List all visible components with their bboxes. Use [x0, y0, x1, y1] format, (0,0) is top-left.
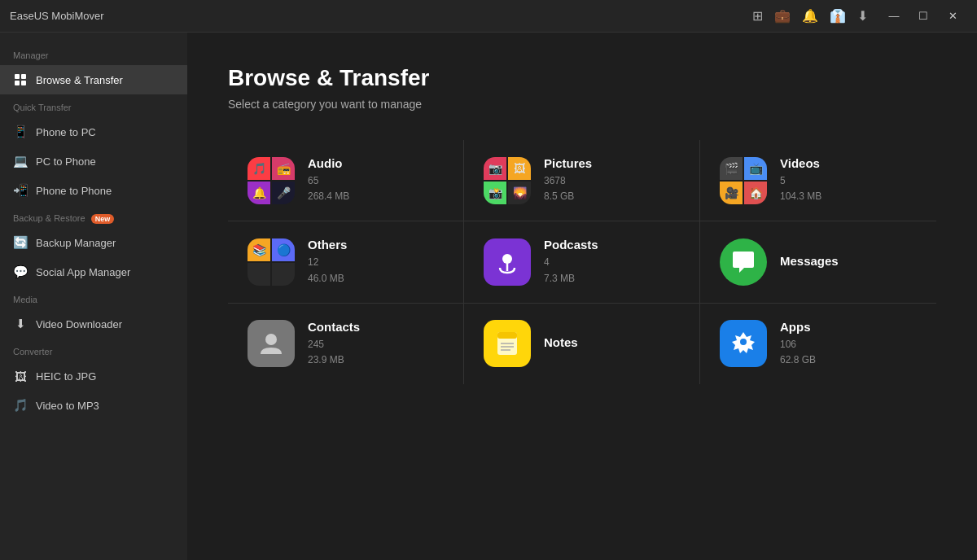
sidebar-label: Phone to Phone: [36, 185, 112, 197]
sidebar-item-video-downloader[interactable]: ⬇ Video Downloader: [0, 309, 187, 339]
apps-count: 106 62.8 GB: [780, 337, 917, 368]
bell-icon[interactable]: 🔔: [802, 8, 818, 24]
audio-icon: 🎵 📻 🔔 🎤: [248, 157, 295, 204]
content-area: Browse & Transfer Select a category you …: [187, 33, 977, 560]
sidebar-label: PC to Phone: [36, 155, 96, 168]
sidebar-label: Backup Manager: [36, 237, 116, 249]
others-icon: 📚 🔵: [248, 238, 295, 286]
minimize-button[interactable]: —: [879, 5, 909, 28]
podcasts-count: 4 7.3 MB: [544, 255, 680, 286]
sidebar-item-browse-transfer[interactable]: Browse & Transfer: [0, 65, 187, 94]
sidebar-item-video-mp3[interactable]: 🎵 Video to MP3: [0, 391, 187, 420]
titlebar-controls: ⊞ 💼 🔔 👔 ⬇ — ☐ ✕: [752, 5, 967, 28]
main-layout: Manager Browse & Transfer Quick Transfer…: [0, 33, 977, 560]
pictures-count: 3678 8.5 GB: [544, 173, 680, 204]
audio-count: 65 268.4 MB: [308, 173, 444, 204]
sidebar-item-pc-to-phone[interactable]: 💻 PC to Phone: [0, 147, 187, 176]
sidebar-label: Social App Manager: [36, 266, 130, 278]
sidebar-item-backup-manager[interactable]: 🔄 Backup Manager: [0, 228, 187, 257]
section-manager: Manager: [0, 42, 187, 65]
sidebar-label: Video Downloader: [36, 318, 122, 330]
backup-icon: 🔄: [13, 235, 28, 250]
category-grid: 🎵 📻 🔔 🎤 Audio 65 268.4 MB 📷 🖼: [228, 140, 936, 384]
sidebar-item-phone-to-phone[interactable]: 📲 Phone to Phone: [0, 176, 187, 205]
category-contacts[interactable]: Contacts 245 23.9 MB: [228, 304, 464, 384]
svg-rect-2: [15, 81, 20, 85]
notes-info: Notes: [544, 335, 680, 352]
page-subtitle: Select a category you want to manage: [228, 98, 936, 111]
category-pictures[interactable]: 📷 🖼 📸 🌄 Pictures 3678 8.5 GB: [464, 140, 700, 221]
others-info: Others 12 46.0 MB: [308, 238, 444, 286]
messages-info: Messages: [780, 254, 917, 271]
category-messages[interactable]: Messages: [700, 221, 936, 303]
new-badge: New: [91, 214, 115, 224]
podcasts-info: Podcasts 4 7.3 MB: [544, 238, 680, 286]
contacts-info: Contacts 245 23.9 MB: [308, 320, 444, 368]
sidebar-item-heic-jpg[interactable]: 🖼 HEIC to JPG: [0, 361, 187, 391]
section-backup-restore: Backup & Restore New: [0, 205, 187, 228]
videos-name: Videos: [780, 156, 917, 170]
svg-rect-3: [21, 81, 26, 85]
phone-phone-icon: 📲: [13, 183, 28, 198]
sidebar-label: Browse & Transfer: [36, 74, 123, 86]
others-count: 12 46.0 MB: [308, 255, 444, 286]
pc-phone-icon: 💻: [13, 154, 28, 168]
podcasts-icon: [484, 238, 531, 286]
section-quick-transfer: Quick Transfer: [0, 94, 187, 117]
videos-icon: 🎬 📺 🎥 🏠: [720, 157, 767, 204]
category-notes[interactable]: Notes: [464, 304, 700, 384]
heic-icon: 🖼: [13, 369, 28, 383]
messages-name: Messages: [780, 254, 917, 268]
svg-rect-1: [21, 74, 26, 79]
videos-count: 5 104.3 MB: [780, 173, 917, 204]
apps-name: Apps: [780, 320, 917, 334]
apps-info: Apps 106 62.8 GB: [780, 320, 917, 368]
close-button[interactable]: ✕: [938, 5, 967, 28]
notes-name: Notes: [544, 335, 680, 349]
contacts-name: Contacts: [308, 320, 444, 334]
video-mp3-icon: 🎵: [13, 398, 28, 413]
sidebar-label: HEIC to JPG: [36, 370, 96, 383]
video-dl-icon: ⬇: [13, 317, 28, 331]
svg-point-6: [265, 334, 277, 345]
app-title: EaseUS MobiMover: [10, 10, 104, 22]
sidebar-item-phone-to-pc[interactable]: 📱 Phone to PC: [0, 117, 187, 147]
svg-point-12: [740, 339, 747, 345]
briefcase-icon[interactable]: 💼: [774, 8, 791, 24]
pictures-info: Pictures 3678 8.5 GB: [544, 156, 680, 204]
videos-info: Videos 5 104.3 MB: [780, 156, 917, 204]
sidebar-label: Phone to PC: [36, 126, 96, 138]
device-icon[interactable]: ⊞: [752, 8, 763, 24]
svg-rect-8: [497, 332, 517, 339]
category-others[interactable]: 📚 🔵 Others 12 46.0 MB: [228, 221, 464, 303]
svg-rect-0: [15, 74, 20, 79]
social-icon: 💬: [13, 265, 28, 279]
messages-icon: [720, 238, 767, 286]
sidebar-label: Video to MP3: [36, 400, 99, 412]
contacts-count: 245 23.9 MB: [308, 337, 444, 368]
category-apps[interactable]: Apps 106 62.8 GB: [700, 304, 936, 384]
grid-icon: [13, 72, 28, 87]
hanger-icon[interactable]: 👔: [830, 8, 846, 24]
category-podcasts[interactable]: Podcasts 4 7.3 MB: [464, 221, 700, 303]
apps-icon: [720, 320, 767, 367]
category-videos[interactable]: 🎬 📺 🎥 🏠 Videos 5 104.3 MB: [700, 140, 936, 221]
notes-icon: [484, 320, 531, 367]
audio-info: Audio 65 268.4 MB: [308, 156, 444, 204]
contacts-icon: [248, 320, 295, 367]
section-converter: Converter: [0, 339, 187, 361]
category-audio[interactable]: 🎵 📻 🔔 🎤 Audio 65 268.4 MB: [228, 140, 464, 221]
phone-pc-icon: 📱: [13, 125, 28, 139]
titlebar: EaseUS MobiMover ⊞ 💼 🔔 👔 ⬇ — ☐ ✕: [0, 0, 977, 33]
section-media: Media: [0, 287, 187, 309]
sidebar: Manager Browse & Transfer Quick Transfer…: [0, 33, 187, 560]
page-title: Browse & Transfer: [228, 65, 936, 91]
window-controls: — ☐ ✕: [879, 5, 967, 28]
maximize-button[interactable]: ☐: [909, 5, 938, 28]
pictures-name: Pictures: [544, 156, 680, 170]
dropdown-icon[interactable]: ⬇: [857, 8, 868, 24]
pictures-icon: 📷 🖼 📸 🌄: [484, 157, 531, 204]
sidebar-item-social-app-manager[interactable]: 💬 Social App Manager: [0, 257, 187, 287]
audio-name: Audio: [308, 156, 444, 170]
podcasts-name: Podcasts: [544, 238, 680, 252]
